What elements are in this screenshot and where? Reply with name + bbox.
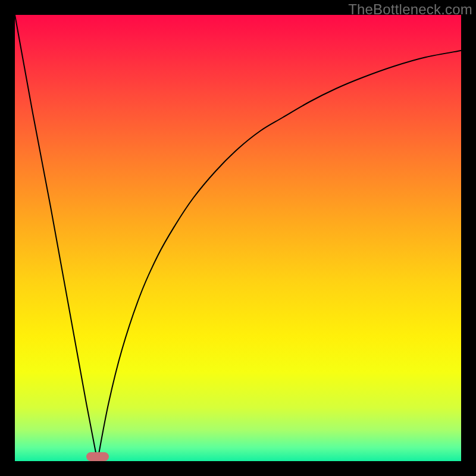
optimal-point-marker (86, 452, 109, 461)
chart-plot-area (15, 15, 461, 461)
bottleneck-curve (15, 15, 461, 461)
watermark-text: TheBottleneck.com (348, 1, 472, 18)
